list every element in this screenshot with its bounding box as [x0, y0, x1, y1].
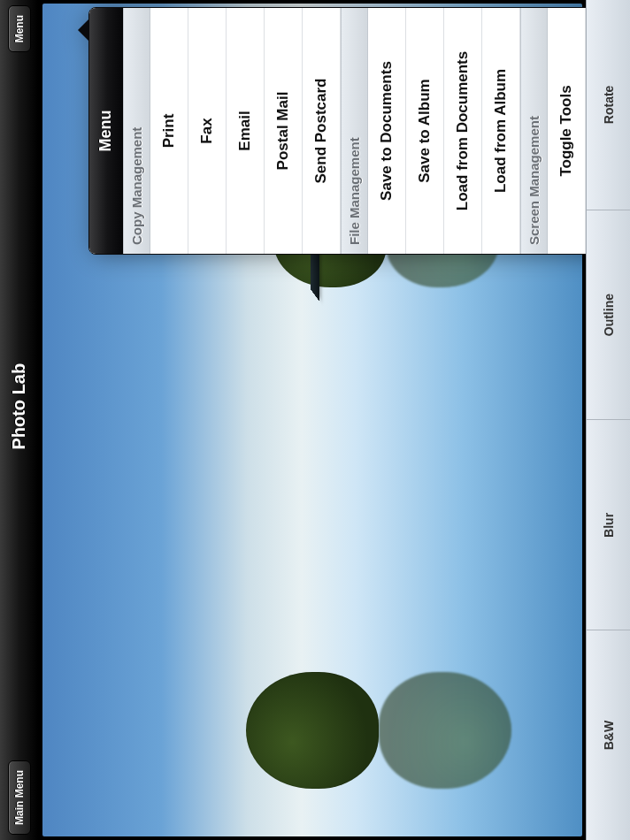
page-title: Photo Lab	[9, 363, 29, 450]
section-file-management: File Management	[341, 8, 368, 254]
menu-item-postal-mail[interactable]: Postal Mail	[265, 8, 303, 254]
app-window: Main Menu Photo Lab Menu Menu Copy Manag…	[0, 0, 630, 840]
main-menu-button[interactable]: Main Menu	[8, 760, 31, 835]
menu-popover: Menu Copy Management Print Fax Email Pos…	[78, 7, 586, 255]
tool-bar: B&W Blur Outline Rotate	[586, 0, 630, 840]
menu-item-load-from-album[interactable]: Load from Album	[482, 8, 520, 254]
menu-item-send-postcard[interactable]: Send Postcard	[303, 8, 341, 254]
menu-button[interactable]: Menu	[8, 5, 31, 52]
popover-arrow-icon	[78, 19, 88, 41]
menu-item-email[interactable]: Email	[227, 8, 265, 254]
menu-item-toggle-tools[interactable]: Toggle Tools	[548, 8, 586, 254]
tool-outline[interactable]: Outline	[587, 210, 630, 420]
menu-item-save-to-album[interactable]: Save to Album	[406, 8, 444, 254]
menu-item-print[interactable]: Print	[150, 8, 188, 254]
popover-title: Menu	[89, 8, 123, 254]
menu-item-load-from-documents[interactable]: Load from Documents	[444, 8, 482, 254]
tree-icon	[246, 672, 379, 789]
nav-bar: Main Menu Photo Lab Menu	[0, 0, 39, 840]
menu-item-fax[interactable]: Fax	[188, 8, 227, 254]
section-screen-management: Screen Management	[520, 8, 548, 254]
menu-item-save-to-documents[interactable]: Save to Documents	[368, 8, 406, 254]
tool-rotate[interactable]: Rotate	[587, 0, 630, 210]
tool-blur[interactable]: Blur	[587, 420, 630, 630]
tool-bw[interactable]: B&W	[587, 630, 630, 840]
section-copy-management: Copy Management	[123, 8, 150, 254]
photo-stage[interactable]: Menu Copy Management Print Fax Email Pos…	[39, 0, 586, 840]
